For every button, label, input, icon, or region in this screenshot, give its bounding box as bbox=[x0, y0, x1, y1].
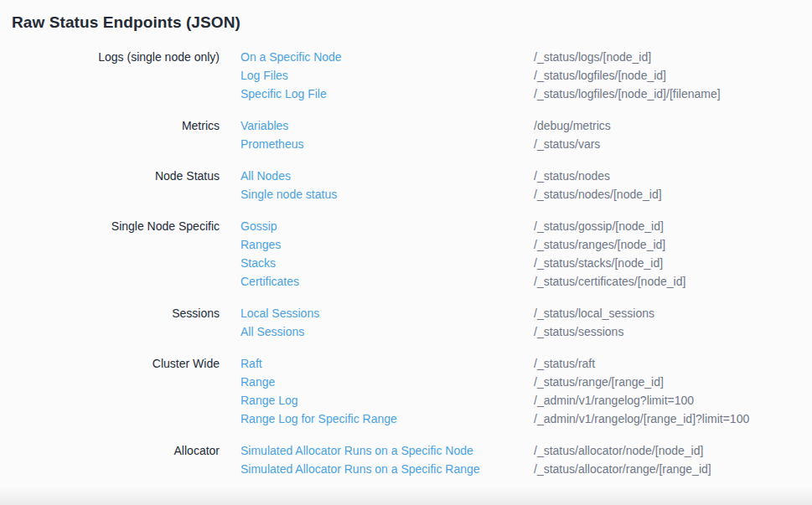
group-node-status: Node Status All Nodes Single node status… bbox=[0, 167, 812, 204]
endpoint-path: /_status/logfiles/[node_id]/[filename] bbox=[534, 85, 812, 103]
endpoint-path: /_status/vars bbox=[534, 135, 812, 153]
endpoint-path: /_status/stacks/[node_id] bbox=[534, 254, 812, 272]
group-label: Single Node Specific bbox=[0, 217, 220, 291]
endpoint-path: /_status/nodes bbox=[534, 167, 812, 185]
endpoints-list: Logs (single node only) On a Specific No… bbox=[0, 48, 812, 478]
group-allocator: Allocator Simulated Allocator Runs on a … bbox=[0, 441, 812, 478]
endpoint-path: /_admin/v1/rangelog/[range_id]?limit=100 bbox=[534, 410, 812, 428]
group-label: Sessions bbox=[0, 304, 220, 341]
endpoint-link[interactable]: Variables bbox=[240, 116, 288, 135]
endpoint-link[interactable]: On a Specific Node bbox=[240, 48, 342, 66]
group-label: Metrics bbox=[0, 116, 220, 153]
endpoint-path: /_admin/v1/rangelog?limit=100 bbox=[534, 391, 812, 410]
endpoint-link[interactable]: Range Log for Specific Range bbox=[240, 410, 397, 428]
page-title: Raw Status Endpoints (JSON) bbox=[12, 0, 812, 33]
endpoint-path: /_status/nodes/[node_id] bbox=[534, 185, 812, 204]
group-label: Logs (single node only) bbox=[0, 48, 220, 103]
endpoint-path: /debug/metrics bbox=[534, 116, 812, 135]
group-single-node-specific: Single Node Specific Gossip Ranges Stack… bbox=[0, 217, 812, 291]
endpoint-link[interactable]: Log Files bbox=[240, 66, 288, 85]
bottom-fade-divider bbox=[0, 487, 812, 505]
endpoint-link[interactable]: Local Sessions bbox=[240, 304, 319, 322]
group-label: Node Status bbox=[0, 167, 220, 204]
endpoint-link[interactable]: All Sessions bbox=[240, 322, 304, 341]
endpoint-link[interactable]: Simulated Allocator Runs on a Specific N… bbox=[240, 441, 473, 460]
endpoint-link[interactable]: Ranges bbox=[240, 235, 281, 254]
endpoint-link[interactable]: Range Log bbox=[240, 391, 298, 410]
endpoint-path: /_status/raft bbox=[534, 354, 812, 373]
endpoint-path: /_status/sessions bbox=[534, 322, 812, 341]
endpoint-link[interactable]: Prometheus bbox=[240, 135, 303, 153]
endpoint-link[interactable]: Range bbox=[240, 373, 275, 391]
endpoint-path: /_status/local_sessions bbox=[534, 304, 812, 322]
group-metrics: Metrics Variables Prometheus /debug/metr… bbox=[0, 116, 812, 153]
group-cluster-wide: Cluster Wide Raft Range Range Log Range … bbox=[0, 354, 812, 428]
endpoint-path: /_status/range/[range_id] bbox=[534, 373, 812, 391]
endpoint-link[interactable]: Specific Log File bbox=[240, 85, 327, 103]
endpoint-path: /_status/logfiles/[node_id] bbox=[534, 66, 812, 85]
endpoint-path: /_status/certificates/[node_id] bbox=[534, 272, 812, 291]
endpoint-path: /_status/logs/[node_id] bbox=[534, 48, 812, 66]
endpoint-link[interactable]: Gossip bbox=[240, 217, 277, 235]
endpoint-path: /_status/allocator/node/[node_id] bbox=[534, 441, 812, 460]
endpoint-link[interactable]: Stacks bbox=[240, 254, 276, 272]
group-label: Allocator bbox=[0, 441, 220, 478]
endpoint-link[interactable]: Raft bbox=[240, 354, 262, 373]
endpoint-link[interactable]: All Nodes bbox=[240, 167, 291, 185]
endpoint-path: /_status/ranges/[node_id] bbox=[534, 235, 812, 254]
group-sessions: Sessions Local Sessions All Sessions /_s… bbox=[0, 304, 812, 341]
endpoint-path: /_status/gossip/[node_id] bbox=[534, 217, 812, 235]
group-logs: Logs (single node only) On a Specific No… bbox=[0, 48, 812, 103]
endpoint-path: /_status/allocator/range/[range_id] bbox=[534, 460, 812, 478]
endpoint-link[interactable]: Single node status bbox=[240, 185, 337, 204]
endpoint-link[interactable]: Certificates bbox=[240, 272, 299, 291]
endpoint-link[interactable]: Simulated Allocator Runs on a Specific R… bbox=[240, 460, 480, 478]
group-label: Cluster Wide bbox=[0, 354, 220, 428]
debug-endpoints-page: Raw Status Endpoints (JSON) Logs (single… bbox=[0, 0, 812, 505]
